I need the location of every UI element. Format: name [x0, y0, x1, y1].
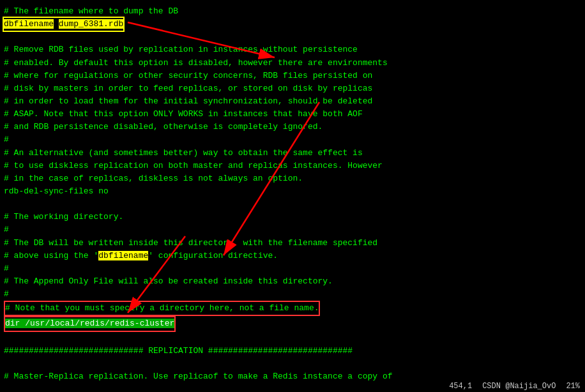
line-14: # in the case of replicas, diskless is n… — [4, 172, 581, 185]
line-2: dbfilename dump_6381.rdb — [4, 18, 581, 31]
dbfilename-keyword: dbfilename — [4, 19, 54, 29]
terminal: # The filename where to dump the DB dbfi… — [0, 0, 585, 392]
line-22: # The Append Only File will also be crea… — [4, 275, 581, 288]
line-21: # — [4, 262, 581, 275]
zoom-level: 21% — [566, 382, 580, 391]
cursor-position: 454,1 — [449, 382, 472, 391]
line-16 — [4, 198, 581, 211]
dir-value: dir /usr/local/redis/redis-cluster — [5, 319, 174, 328]
line-20: # above using the 'dbfilename' configura… — [4, 250, 581, 262]
line-13: # to use diskless replication on both ma… — [4, 160, 581, 172]
line-27: ############################ REPLICATION… — [4, 345, 581, 358]
dbfilename-box: dbfilename dump_6381.rdb — [4, 18, 123, 31]
line-23: # — [4, 288, 581, 301]
site-credit: CSDN @Naijia_OvO — [482, 382, 556, 391]
line-4: # Remove RDB files used by replication i… — [4, 43, 581, 56]
line-15: rdb-del-sync-files no — [4, 185, 581, 198]
line-5: # enabled. By default this option is dis… — [4, 57, 581, 70]
line-28 — [4, 358, 581, 370]
dbfilename-value: dump_6381.rdb — [59, 19, 123, 29]
line-12: # An alternative (and sometimes better) … — [4, 147, 581, 160]
line-18: # — [4, 223, 581, 236]
line-19: # The DB will be written inside this dir… — [4, 237, 581, 250]
line-1: # The filename where to dump the DB — [4, 5, 581, 18]
line-17: # The working directory. — [4, 211, 581, 223]
dir-box: dir /usr/local/redis/redis-cluster — [4, 316, 176, 331]
inline-dbfilename: dbfilename — [98, 251, 148, 260]
note-box: # Note that you must specify a directory… — [4, 301, 320, 316]
line-7: # disk by masters in order to feed repli… — [4, 82, 581, 95]
line-10: # and RDB persistence disabled, otherwis… — [4, 121, 581, 133]
line-25: dir /usr/local/redis/redis-cluster — [4, 316, 581, 331]
line-3 — [4, 31, 581, 43]
line-11: # — [4, 133, 581, 146]
status-bar: 454,1 CSDN @Naijia_OvO 21% — [444, 381, 585, 392]
line-26 — [4, 332, 581, 345]
line-6: # where for regulations or other securit… — [4, 70, 581, 82]
line-8: # in order to load them for the initial … — [4, 95, 581, 108]
line-9: # ASAP. Note that this option ONLY WORKS… — [4, 108, 581, 121]
line-24: # Note that you must specify a directory… — [4, 301, 581, 316]
